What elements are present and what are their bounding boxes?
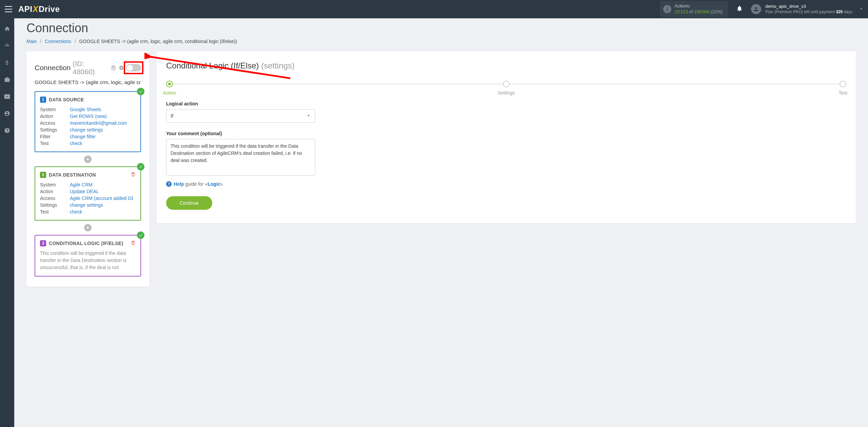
step-row-value[interactable]: change filter [70, 133, 136, 140]
step-row: ActionGet ROWS (new) [40, 113, 136, 120]
stepper-dot-action[interactable] [166, 81, 173, 87]
clipboard-icon[interactable] [111, 65, 117, 70]
nav-video-icon[interactable] [0, 92, 14, 101]
check-icon [137, 163, 144, 170]
connection-path: GOOGLE SHEETS -> (agile crm, logic, agil… [35, 79, 141, 85]
actions-counter[interactable]: i Actions: 22'123 of 100'000 (22%) [660, 1, 728, 17]
step-row: SystemGoogle Sheets [40, 106, 136, 113]
nav-help-icon[interactable] [0, 126, 14, 135]
step-card-2[interactable]: 2DATA DESTINATIONSystemAgile CRMActionUp… [35, 166, 141, 221]
breadcrumb-main[interactable]: Main [26, 39, 37, 44]
breadcrumb-current: GOOGLE SHEETS -> (agile crm, logic, agil… [79, 39, 237, 44]
step-title: DATA DESTINATION [49, 172, 96, 178]
stepper-label-test: Test [839, 90, 847, 96]
top-header: APIXDrive i Actions: 22'123 of 100'000 (… [0, 0, 868, 18]
step-row-value[interactable]: change settings [70, 202, 136, 208]
breadcrumb: Main / Connections / GOOGLE SHEETS -> (a… [26, 39, 856, 44]
connection-title: Connection [35, 64, 71, 72]
step-row-label: Access [40, 195, 70, 202]
bell-icon[interactable] [736, 5, 743, 14]
info-icon: i [663, 5, 671, 13]
step-row-value[interactable]: Agile CRM (account added 03 [70, 195, 136, 202]
nav-home-icon[interactable] [0, 24, 14, 33]
breadcrumb-connections[interactable]: Connections [45, 39, 71, 44]
logo-drive: Drive [39, 4, 60, 14]
logical-action-select[interactable]: If [166, 109, 315, 123]
step-card-1[interactable]: 1DATA SOURCESystemGoogle SheetsActionGet… [35, 91, 141, 152]
step-row: Testcheck [40, 208, 136, 215]
step-row-value[interactable]: Get ROWS (new) [70, 113, 136, 120]
user-plan: Plan |Premium PRO| left until payment 32… [765, 9, 852, 15]
connection-panel: Connection (ID: 48060) GOOGLE SHEETS -> … [26, 52, 149, 287]
chevron-down-icon [306, 113, 311, 119]
step-row: SystemAgile CRM [40, 181, 136, 188]
actions-current: 22'123 [675, 9, 688, 14]
logo[interactable]: APIXDrive [18, 4, 60, 14]
step-row-label: System [40, 181, 70, 188]
step-row-label: Test [40, 208, 70, 215]
nav-connections-icon[interactable] [0, 41, 14, 50]
chevron-down-icon [859, 6, 863, 12]
user-menu[interactable]: demo_apix_drive_s3 Plan |Premium PRO| le… [751, 4, 863, 15]
step-row-value[interactable]: Update DEAL [70, 188, 136, 195]
step-title: DATA SOURCE [49, 97, 84, 102]
step-row: Filterchange filter [40, 133, 136, 140]
nav-briefcase-icon[interactable] [0, 75, 14, 84]
step-row-label: Action [40, 113, 70, 120]
logical-action-label: Logical action [166, 101, 846, 106]
check-icon [137, 88, 144, 95]
step-row: Testcheck [40, 140, 136, 147]
stepper-dot-test[interactable] [840, 81, 846, 87]
add-step-button[interactable]: + [84, 224, 92, 231]
step-row-value[interactable]: maverickandrii@gmail.com [70, 120, 136, 126]
hamburger-icon[interactable] [5, 6, 12, 12]
stepper-label-settings: Settings [498, 90, 515, 96]
step-number: 1 [40, 97, 46, 103]
step-row-value[interactable]: Google Sheets [70, 106, 136, 113]
main-content: Connection Main / Connections / GOOGLE S… [14, 21, 868, 299]
stepper-label-action: Action [163, 90, 176, 96]
step-row-value[interactable]: change settings [70, 126, 136, 133]
nav-dollar-icon[interactable] [0, 58, 14, 67]
step-row: ActionUpdate DEAL [40, 188, 136, 195]
settings-panel: Conditional Logic (If/Else) (settings) A… [157, 52, 856, 223]
actions-label: Actions: [675, 3, 723, 9]
step-row: Settingschange settings [40, 202, 136, 208]
comment-label: Your comment (optional) [166, 131, 846, 136]
user-avatar-icon [751, 4, 761, 14]
highlight-box [124, 61, 143, 74]
connection-id: (ID: 48060) [73, 60, 108, 76]
trash-icon[interactable] [131, 172, 136, 178]
logo-api: API [18, 4, 33, 14]
comment-textarea[interactable] [166, 139, 315, 176]
step-row: AccessAgile CRM (account added 03 [40, 195, 136, 202]
logo-x: X [33, 4, 39, 14]
check-icon [137, 231, 144, 239]
question-icon: ? [166, 181, 172, 187]
stepper-dot-settings[interactable] [503, 81, 510, 87]
step-number: 3 [40, 240, 46, 246]
help-link[interactable]: ? Help guide for «Logic» [166, 181, 846, 187]
page-title: Connection [26, 21, 856, 35]
step-row-label: System [40, 106, 70, 113]
step-row-label: Settings [40, 126, 70, 133]
step-row-value[interactable]: check [70, 208, 136, 215]
continue-button[interactable]: Continue [166, 196, 212, 210]
user-name: demo_apix_drive_s3 [765, 4, 852, 9]
step-row-value[interactable]: check [70, 140, 136, 147]
step-description: This condition will be triggered if the … [40, 250, 136, 271]
settings-title: Conditional Logic (If/Else) (settings) [166, 61, 846, 70]
step-row: Accessmaverickandrii@gmail.com [40, 120, 136, 126]
nav-account-icon[interactable] [0, 109, 14, 118]
step-row-label: Filter [40, 133, 70, 140]
gear-icon[interactable] [119, 65, 124, 70]
step-row-label: Test [40, 140, 70, 147]
add-step-button[interactable]: + [84, 156, 92, 163]
step-title: CONDITIONAL LOGIC (IF/ELSE) [49, 241, 123, 246]
step-number: 2 [40, 172, 46, 178]
step-row-label: Settings [40, 202, 70, 208]
trash-icon[interactable] [131, 240, 136, 246]
step-row-value[interactable]: Agile CRM [70, 181, 136, 188]
step-card-3[interactable]: 3CONDITIONAL LOGIC (IF/ELSE)This conditi… [35, 235, 141, 277]
side-nav [0, 18, 14, 299]
